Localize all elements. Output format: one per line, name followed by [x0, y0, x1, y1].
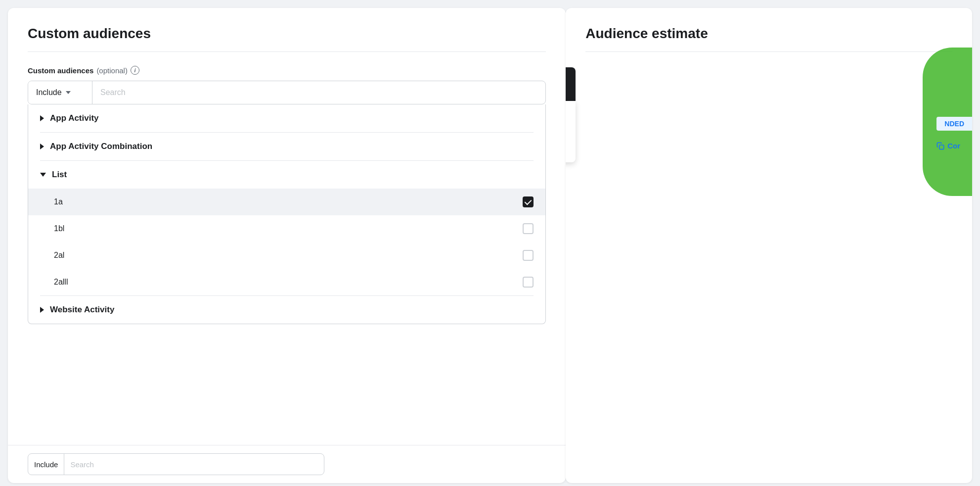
field-label: Custom audiences (optional) i	[28, 66, 546, 75]
bottom-search-row: Include Search	[28, 453, 324, 475]
checkbox-2alll[interactable]	[523, 277, 534, 288]
checkbox-1a[interactable]	[523, 196, 534, 207]
group-header-website-activity[interactable]: Website Activity	[28, 296, 545, 324]
checkbox-1bl[interactable]	[523, 223, 534, 234]
include-dropdown[interactable]: Include	[28, 81, 92, 104]
group-header-list[interactable]: List	[28, 161, 545, 189]
group-header-app-activity-combination[interactable]: App Activity Combination	[28, 133, 545, 160]
main-panel: Custom audiences Custom audiences (optio…	[8, 8, 566, 483]
group-header-app-activity[interactable]: App Activity	[28, 104, 545, 132]
right-panel: Audience estimate NDED 1.8K Global audie…	[566, 8, 972, 483]
bottom-include-label: Include	[28, 454, 64, 475]
right-divider	[585, 51, 952, 52]
group-list: List 1a 1bl 2al 2alll	[28, 161, 545, 296]
checkbox-2al[interactable]	[523, 250, 534, 261]
bottom-search-placeholder: Search	[64, 460, 100, 469]
info-icon[interactable]: i	[131, 66, 139, 75]
page-title: Custom audiences	[28, 26, 546, 42]
svg-rect-0	[939, 145, 944, 149]
group-app-activity-combination: App Activity Combination	[28, 133, 545, 161]
search-input[interactable]	[92, 88, 545, 97]
chevron-right-icon	[40, 115, 44, 121]
chevron-down-group-icon	[40, 173, 46, 177]
chevron-right-icon	[40, 307, 44, 313]
list-item-1bl[interactable]: 1bl	[28, 215, 545, 242]
group-app-activity: App Activity	[28, 104, 545, 133]
list-item-1a[interactable]: 1a	[28, 189, 545, 215]
chevron-down-icon	[66, 91, 71, 94]
group-website-activity: Website Activity	[28, 296, 545, 324]
audience-search-row: Include	[28, 81, 546, 104]
audience-detail-popup: List > 1a Last updated: Sep 27, 2021 Cre…	[566, 101, 576, 162]
recommended-badge: NDED	[936, 117, 972, 131]
divider	[28, 51, 546, 52]
copy-link[interactable]: Cor	[936, 142, 960, 150]
list-item-2al[interactable]: 2al	[28, 242, 545, 269]
chevron-right-icon	[40, 144, 44, 149]
dropdown-list: App Activity App Activity Combination Li…	[28, 104, 546, 324]
list-item-2alll[interactable]: 2alll	[28, 269, 545, 295]
bottom-bar: Include Search	[8, 445, 566, 483]
audience-estimate-title: Audience estimate	[585, 26, 952, 42]
